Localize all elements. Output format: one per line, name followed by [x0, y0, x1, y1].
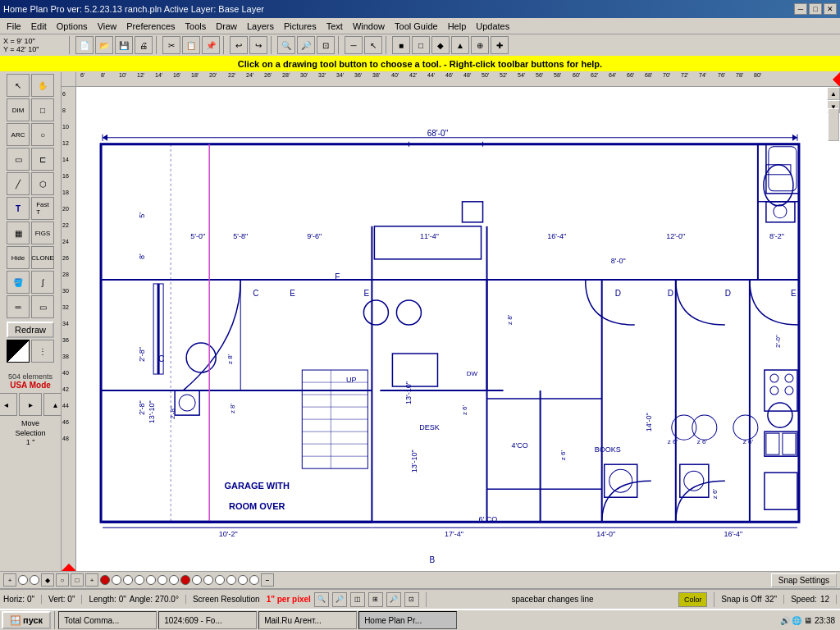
menu-layers[interactable]: Layers — [242, 20, 279, 33]
taskbar-item-2[interactable]: 1024:609 - Fo... — [158, 611, 257, 629]
svg-text:E: E — [290, 289, 295, 298]
svg-text:D: D — [615, 289, 621, 298]
zoom-out-status-btn[interactable]: 🔎 — [332, 592, 347, 607]
line-tool[interactable]: ╱ — [7, 172, 30, 195]
print-button[interactable]: 🖨 — [135, 36, 153, 54]
snap-minus-btn[interactable]: − — [261, 573, 274, 587]
taskbar-item-3[interactable]: Mail.Ru Агент... — [258, 611, 357, 629]
minimize-button[interactable]: ─ — [794, 3, 807, 15]
menu-toolguide[interactable]: Tool Guide — [390, 20, 443, 33]
toolbar-separator-5 — [338, 36, 341, 54]
curve-tool[interactable]: ∫ — [31, 271, 54, 294]
snap-settings-button[interactable]: Snap Settings — [771, 573, 837, 587]
paste-button[interactable]: 📌 — [202, 36, 220, 54]
snap-btn-5[interactable]: + — [85, 573, 98, 587]
poly-tool[interactable]: ⬡ — [31, 172, 54, 195]
toolbar-btn-extra1[interactable]: ■ — [392, 36, 410, 54]
clock-display: 🔊 🌐 🖥 23:38 — [780, 616, 835, 625]
close-button[interactable]: ✕ — [824, 3, 837, 15]
zoom-in-status-btn[interactable]: 🔍 — [314, 592, 329, 607]
scroll-thumb-vertical[interactable] — [828, 108, 839, 141]
save-button[interactable]: 💾 — [115, 36, 133, 54]
svg-rect-43 — [766, 144, 799, 194]
fill-tool[interactable]: 🪣 — [7, 271, 30, 294]
tool-row-1: ↖ ✋ — [7, 74, 54, 97]
cut-button[interactable]: ✂ — [162, 36, 180, 54]
color-button[interactable]: Color — [678, 592, 707, 607]
clone-tool[interactable]: CLONE — [31, 246, 54, 269]
menu-preferences[interactable]: Preferences — [121, 20, 180, 33]
maximize-button[interactable]: □ — [809, 3, 822, 15]
zoom-out-button[interactable]: 🔎 — [297, 36, 315, 54]
menu-text[interactable]: Text — [322, 20, 348, 33]
select-tool[interactable]: ↖ — [7, 74, 30, 97]
toolbar-btn-extra6[interactable]: ✚ — [491, 36, 509, 54]
circle-tool[interactable]: ○ — [31, 123, 54, 146]
view-btn-4[interactable]: ⊡ — [404, 592, 419, 607]
toolbar-btn-extra5[interactable]: ⊕ — [471, 36, 489, 54]
menu-pictures[interactable]: Pictures — [279, 20, 322, 33]
open-button[interactable]: 📂 — [95, 36, 113, 54]
arc-tool[interactable]: ARC — [7, 123, 30, 146]
tool-row-5: ▦ FIGS — [7, 221, 54, 244]
menu-edit[interactable]: Edit — [26, 20, 52, 33]
right-scrollbar[interactable]: ▲ ▼ — [827, 87, 840, 571]
menu-tools[interactable]: Tools — [180, 20, 212, 33]
toolbar-btn-extra2[interactable]: □ — [412, 36, 430, 54]
select-button[interactable]: ↖ — [364, 36, 382, 54]
menu-file[interactable]: File — [2, 20, 26, 33]
view-btn-1[interactable]: ◫ — [350, 592, 365, 607]
door-tool[interactable]: ⊏ — [31, 148, 54, 171]
color-selector[interactable] — [7, 340, 30, 363]
figs-tool[interactable]: FIGS — [31, 221, 54, 244]
start-button[interactable]: 🪟 пуск — [2, 611, 51, 629]
floor-plan-canvas[interactable]: 68'-0" 5'-0" 5'-8" 9'-6" 11'-4" 16'-4" 1… — [76, 87, 840, 571]
dim-tool[interactable]: DIM — [7, 98, 30, 121]
hatch-tool[interactable]: ▦ — [7, 221, 30, 244]
menu-draw[interactable]: Draw — [211, 20, 242, 33]
snap-btn-2[interactable]: ◆ — [41, 573, 54, 587]
view-btn-2[interactable]: ⊞ — [368, 592, 383, 607]
view-btn-3[interactable]: 🔎 — [386, 592, 401, 607]
fasttext-tool[interactable]: FastT — [31, 197, 54, 220]
taskbar-item-4[interactable]: Home Plan Pr... — [358, 611, 457, 629]
svg-text:9'-6": 9'-6" — [307, 232, 322, 240]
taskbar-item-1[interactable]: Total Comma... — [58, 611, 157, 629]
undo-button[interactable]: ↩ — [230, 36, 248, 54]
move-left-button[interactable]: ◂ — [0, 393, 17, 416]
menu-help[interactable]: Help — [443, 20, 472, 33]
ruler-label-18: 18' — [191, 72, 199, 78]
resize-tool[interactable]: ▭ — [31, 295, 54, 318]
menu-options[interactable]: Options — [52, 20, 93, 33]
toolbar-separator-3 — [223, 36, 226, 54]
move-up-button[interactable]: ▴ — [43, 393, 62, 416]
menu-view[interactable]: View — [93, 20, 122, 33]
hide-tool[interactable]: Hide — [7, 246, 30, 269]
line-button[interactable]: ─ — [345, 36, 363, 54]
grid-toggle[interactable]: ⋮ — [31, 340, 54, 363]
scroll-up-arrow[interactable]: ▲ — [827, 87, 840, 100]
toolbar-btn-extra3[interactable]: ◆ — [431, 36, 450, 54]
drawing-canvas-area[interactable]: 6' 8' 10' 12' 14' 16' 18' 20' 22' 24' 26… — [62, 72, 840, 571]
y-coord: Y = 42' 10" — [3, 45, 61, 53]
move-tool[interactable]: ═ — [7, 295, 30, 318]
redraw-button[interactable]: Redraw — [7, 322, 54, 338]
rect-tool[interactable]: □ — [31, 98, 54, 121]
toolbar-btn-extra4[interactable]: ▲ — [451, 36, 469, 54]
menu-window[interactable]: Window — [348, 20, 390, 33]
redo-button[interactable]: ↪ — [249, 36, 267, 54]
pan-tool[interactable]: ✋ — [31, 74, 54, 97]
snap-value-label: 32" — [765, 595, 777, 604]
zoom-fit-button[interactable]: ⊡ — [317, 36, 335, 54]
svg-rect-42 — [392, 354, 437, 386]
snap-btn-1[interactable]: + — [3, 573, 16, 587]
copy-button[interactable]: 📋 — [182, 36, 200, 54]
wall-tool[interactable]: ▭ — [7, 148, 30, 171]
menu-updates[interactable]: Updates — [471, 20, 514, 33]
text-tool[interactable]: T — [7, 197, 30, 220]
zoom-in-button[interactable]: 🔍 — [277, 36, 295, 54]
snap-btn-4[interactable]: □ — [71, 573, 84, 587]
snap-btn-3[interactable]: ○ — [56, 573, 69, 587]
move-right-button[interactable]: ▸ — [19, 393, 42, 416]
new-button[interactable]: 📄 — [75, 36, 94, 54]
